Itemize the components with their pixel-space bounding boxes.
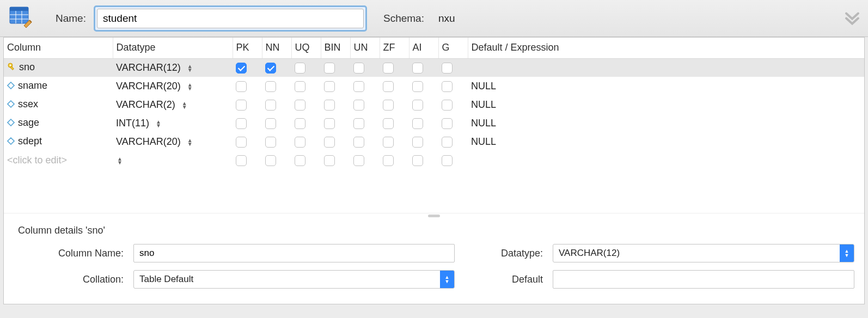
default-cell: NULL (471, 81, 496, 91)
bin-checkbox[interactable] (324, 100, 335, 111)
grid-empty-space[interactable] (4, 169, 864, 213)
expand-chevrons-icon[interactable] (844, 9, 860, 28)
uq-checkbox[interactable] (295, 100, 305, 111)
nn-checkbox[interactable] (265, 81, 276, 92)
bin-checkbox[interactable] (324, 63, 335, 74)
ai-checkbox[interactable] (412, 118, 423, 129)
datatype-cell: VARCHAR(20) (116, 81, 181, 91)
uq-checkbox[interactable] (295, 155, 305, 166)
column-name-input[interactable] (133, 244, 455, 262)
table-editor-icon (8, 4, 34, 33)
uq-checkbox[interactable] (295, 81, 305, 92)
un-checkbox[interactable] (353, 155, 364, 166)
uq-checkbox[interactable] (295, 137, 305, 148)
stepper-icon[interactable]: ▲▼ (186, 64, 194, 72)
th-default[interactable]: Default / Expression (468, 38, 864, 58)
ai-checkbox[interactable] (412, 100, 423, 111)
zf-checkbox[interactable] (383, 63, 394, 74)
un-checkbox[interactable] (353, 100, 364, 111)
schema-value: nxu (438, 13, 455, 25)
table-row[interactable]: ssexVARCHAR(2) ▲▼NULL (4, 95, 864, 114)
default-label: Default (476, 274, 553, 285)
pk-checkbox[interactable] (236, 137, 247, 148)
stepper-icon[interactable]: ▲▼ (181, 101, 188, 109)
pk-checkbox[interactable] (236, 155, 247, 166)
bin-checkbox[interactable] (324, 137, 335, 148)
datatype-cell: VARCHAR(2) (116, 99, 175, 110)
stepper-icon[interactable]: ▲▼ (155, 120, 162, 127)
un-checkbox[interactable] (353, 137, 364, 148)
nn-checkbox[interactable] (265, 63, 276, 74)
ai-checkbox[interactable] (412, 63, 423, 74)
name-label: Name: (56, 13, 86, 25)
diamond-icon (7, 118, 15, 129)
datatype-label: Datatype: (476, 248, 553, 259)
default-input[interactable] (553, 270, 854, 289)
g-checkbox[interactable] (442, 155, 453, 166)
stepper-icon[interactable]: ▲▼ (186, 138, 194, 146)
nn-checkbox[interactable] (265, 137, 276, 148)
th-zf[interactable]: ZF (380, 38, 409, 58)
zf-checkbox[interactable] (383, 81, 394, 92)
table-row[interactable]: snameVARCHAR(20) ▲▼NULL (4, 77, 864, 95)
th-datatype[interactable]: Datatype (113, 38, 233, 58)
svg-point-7 (10, 65, 11, 66)
zf-checkbox[interactable] (383, 155, 394, 166)
svg-marker-9 (8, 82, 14, 89)
g-checkbox[interactable] (442, 81, 453, 92)
g-checkbox[interactable] (442, 100, 453, 111)
table-name-input[interactable] (97, 9, 364, 28)
name-input-focus-ring (94, 5, 367, 32)
bin-checkbox[interactable] (324, 118, 335, 129)
column-name-cell: sage (18, 117, 39, 128)
stepper-icon[interactable]: ▲▼ (116, 157, 124, 164)
th-pk[interactable]: PK (233, 38, 262, 58)
table-row[interactable]: sageINT(11) ▲▼NULL (4, 114, 864, 132)
collation-select[interactable]: Table Default ▲▼ (133, 270, 455, 289)
un-checkbox[interactable] (353, 63, 364, 74)
th-ai[interactable]: AI (409, 38, 438, 58)
zf-checkbox[interactable] (383, 118, 394, 129)
th-g[interactable]: G (438, 38, 468, 58)
splitter-handle[interactable] (4, 213, 864, 218)
nn-checkbox[interactable] (265, 155, 276, 166)
g-checkbox[interactable] (442, 63, 453, 74)
un-checkbox[interactable] (353, 81, 364, 92)
zf-checkbox[interactable] (383, 137, 394, 148)
bin-checkbox[interactable] (324, 155, 335, 166)
datatype-select[interactable]: VARCHAR(12) ▲▼ (553, 244, 854, 262)
uq-checkbox[interactable] (295, 118, 305, 129)
pk-checkbox[interactable] (236, 118, 247, 129)
zf-checkbox[interactable] (383, 100, 394, 111)
datatype-select-value: VARCHAR(12) (553, 246, 840, 261)
th-column[interactable]: Column (4, 38, 113, 58)
pk-checkbox[interactable] (236, 100, 247, 111)
pk-checkbox[interactable] (236, 63, 247, 74)
th-nn[interactable]: NN (262, 38, 291, 58)
nn-checkbox[interactable] (265, 100, 276, 111)
table-row[interactable]: snoVARCHAR(12) ▲▼ (4, 58, 864, 77)
un-checkbox[interactable] (353, 118, 364, 129)
ai-checkbox[interactable] (412, 137, 423, 148)
svg-rect-8 (10, 66, 14, 70)
ai-checkbox[interactable] (412, 81, 423, 92)
bin-checkbox[interactable] (324, 81, 335, 92)
g-checkbox[interactable] (442, 118, 453, 129)
svg-marker-11 (8, 119, 14, 126)
key-icon (7, 62, 16, 74)
column-name-cell: sdept (18, 136, 42, 146)
collation-label: Collation: (14, 274, 133, 285)
nn-checkbox[interactable] (265, 118, 276, 129)
ai-checkbox[interactable] (412, 155, 423, 166)
pk-checkbox[interactable] (236, 81, 247, 92)
datatype-cell: VARCHAR(20) (116, 136, 181, 147)
column-name-cell: sno (19, 62, 35, 72)
table-row[interactable]: sdeptVARCHAR(20) ▲▼NULL (4, 132, 864, 151)
new-column-placeholder-row[interactable]: <click to edit>▲▼ (4, 151, 864, 169)
th-bin[interactable]: BIN (321, 38, 350, 58)
th-uq[interactable]: UQ (291, 38, 321, 58)
g-checkbox[interactable] (442, 137, 453, 148)
stepper-icon[interactable]: ▲▼ (186, 83, 194, 90)
uq-checkbox[interactable] (295, 63, 305, 74)
th-un[interactable]: UN (350, 38, 380, 58)
